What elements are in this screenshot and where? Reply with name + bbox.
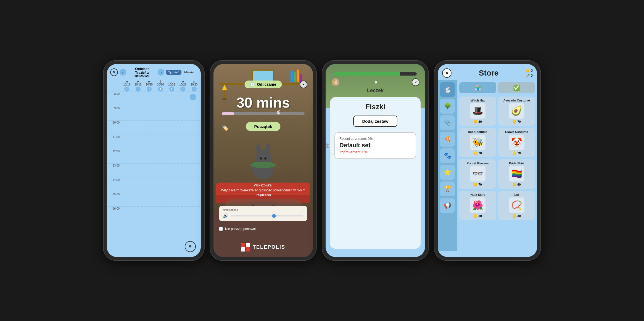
notifications-label: Notifications: [223, 208, 303, 212]
clown-price-value: 70: [517, 151, 521, 155]
pride-shirt-price-value: 60: [517, 183, 521, 186]
store-tab-checkmark[interactable]: ✅: [498, 82, 535, 93]
calendar-day-col-2: W 10/19: [144, 80, 155, 86]
player-score: 0: [375, 80, 377, 84]
svg-rect-7: [254, 162, 273, 165]
clown-price: 🪙 70: [512, 151, 521, 155]
add-set-button[interactable]: Dodaj zestaw: [353, 116, 397, 127]
delete-set-button[interactable]: 🗑: [326, 141, 332, 150]
add-event-button-0[interactable]: +: [124, 87, 129, 92]
notifications-panel: Notifications 🔊: [219, 206, 307, 221]
store-item-pride-shirt[interactable]: Pride Shirt 🏳️‍🌈 🪙 60: [498, 159, 535, 189]
svg-point-4: [260, 157, 262, 160]
add-main-button[interactable]: +: [190, 94, 196, 100]
game-top-row: 🐇 0 ×: [326, 78, 425, 87]
time-row-15: 15:00: [108, 192, 200, 206]
phone-flashcards: 🐇 0 × Leczek Fiszki Dodaj zestaw 🗑 Recen…: [322, 60, 429, 261]
hula-coin-icon: 🪙: [473, 214, 477, 218]
store-item-bee[interactable]: Bee Costume 🐝 🪙 70: [459, 128, 496, 157]
flashcards-modal: Fiszki Dodaj zestaw 🗑 Recent quiz score:…: [330, 97, 421, 249]
time-row-8: 8:00: [108, 92, 200, 106]
hula-price-value: 30: [478, 214, 482, 218]
bee-name: Bee Costume: [468, 130, 487, 133]
calendar-day-col-5: P 10/22: [177, 80, 189, 86]
glasses-icon: 👓: [470, 166, 485, 181]
timer-display: 30 mins: [236, 94, 290, 111]
store-item-lei[interactable]: Lei 📿 🪙 30: [498, 191, 535, 220]
calendar-prev-button[interactable]: ‹: [120, 69, 126, 76]
clock-icon: 🕐: [250, 82, 255, 87]
start-button[interactable]: Początek: [246, 122, 280, 131]
lei-name: Lei: [514, 193, 519, 196]
carrot-icon: 🥕: [526, 74, 530, 77]
store-items-grid: Witch Hat 🎩 🪙 20 Avocado Costume 🥑: [459, 97, 535, 220]
add-event-button-2[interactable]: +: [147, 87, 152, 92]
calendar-month-title: October: [127, 67, 157, 71]
calendar-menu-button[interactable]: ≡: [185, 241, 196, 252]
add-event-button-1[interactable]: +: [136, 87, 141, 92]
bee-price-value: 70: [478, 151, 482, 155]
sidebar-pizza-button[interactable]: 🍕: [440, 132, 455, 147]
no-show-label: Nie pokazuj ponownie: [225, 227, 257, 231]
time-row-9: 9:00: [108, 106, 200, 120]
glasses-price: 🪙 70: [473, 183, 482, 186]
sidebar-rabbit-button[interactable]: 🐇: [440, 82, 455, 97]
calendar-days-header: N 10/17 P 10/18 W 10/19 Ś 10/20 C 10/2: [107, 80, 201, 86]
countdown-label: Odliczanie: [257, 82, 276, 87]
progress-fill: [334, 72, 400, 76]
checkbox-row: Nie pokazuj ponownie: [219, 227, 307, 231]
store-item-glasses[interactable]: Round Glasses 👓 🪙 70: [459, 159, 496, 189]
lei-coin-icon: 🪙: [512, 214, 516, 218]
countdown-button[interactable]: 🕐 Odliczanie: [244, 81, 282, 88]
calendar-navigation: ‹ October Tydzień z 10/22/2021 ›: [120, 67, 164, 77]
sidebar-paw-button[interactable]: 🐾: [440, 148, 455, 163]
store-title: Store: [455, 69, 522, 77]
avocado-price: 🪙 70: [512, 120, 521, 124]
calendar-day-col-1: P 10/18: [133, 80, 144, 86]
tag-icon: 🏷️: [222, 125, 229, 131]
calendar-month-view-button[interactable]: Miesiąc: [182, 70, 197, 75]
store-item-avocado[interactable]: Avocado Costume 🥑 🪙 70: [498, 97, 535, 126]
add-event-button-3[interactable]: +: [158, 87, 163, 92]
store-tab-shop[interactable]: 🏪: [459, 82, 496, 93]
sidebar-trophy-button[interactable]: 🏆: [440, 181, 455, 196]
rabbit-character: [244, 136, 283, 180]
clown-coin-icon: 🪙: [512, 151, 516, 155]
timer-close-button[interactable]: ×: [300, 81, 307, 88]
lei-price: 🪙 30: [512, 214, 521, 218]
svg-point-5: [264, 157, 266, 160]
bee-coin-icon: 🪙: [473, 151, 477, 155]
sidebar-clip-button[interactable]: 📎: [440, 115, 455, 130]
flashcard-set-card: Recent quiz score: 0% Default set Improv…: [334, 132, 416, 159]
rabbit-progress-icon: 🐇: [276, 109, 281, 115]
sidebar-megaphone-button[interactable]: 📢: [440, 198, 455, 213]
notifications-slider[interactable]: [231, 215, 303, 216]
hula-price: 🪙 30: [473, 214, 482, 218]
store-close-button[interactable]: ×: [442, 68, 452, 78]
avocado-price-value: 70: [517, 120, 521, 123]
timer-progress-fill: [222, 112, 234, 115]
no-show-checkbox[interactable]: [219, 227, 223, 231]
calendar-day-col-6: S 10/23: [188, 80, 200, 86]
store-item-hula[interactable]: Hula Skirt 🌺 🪙 30: [459, 191, 496, 220]
glasses-coin-icon: 🪙: [473, 183, 477, 186]
bee-icon: 🐝: [470, 135, 485, 150]
clown-name: Clown Costume: [505, 130, 528, 133]
svg-point-2: [256, 143, 261, 154]
calendar-close-button[interactable]: ×: [110, 68, 118, 76]
calendar-week-view-button[interactable]: Tydzień: [166, 70, 181, 75]
pride-shirt-price: 🪙 60: [512, 183, 521, 186]
store-item-clown[interactable]: Clown Costume 🤡 🪙 70: [498, 128, 535, 157]
flashcards-close-button[interactable]: ×: [412, 78, 419, 86]
add-event-button-4[interactable]: +: [169, 87, 174, 92]
avocado-coin-icon: 🪙: [512, 120, 516, 124]
add-event-button-6[interactable]: +: [192, 87, 197, 92]
sidebar-tree-button[interactable]: 🌳: [440, 99, 455, 114]
calendar-day-col-0: N 10/17: [121, 80, 133, 86]
calendar-screen: × ‹ October Tydzień z 10/22/2021 › Tydzi…: [107, 64, 201, 257]
calendar-next-button[interactable]: ›: [158, 69, 164, 76]
store-item-witch-hat[interactable]: Witch Hat 🎩 🪙 20: [459, 97, 496, 126]
telepolis-grid-icon: [241, 243, 250, 252]
add-event-button-5[interactable]: +: [180, 87, 185, 92]
sidebar-star-button[interactable]: ⭐: [440, 165, 455, 180]
